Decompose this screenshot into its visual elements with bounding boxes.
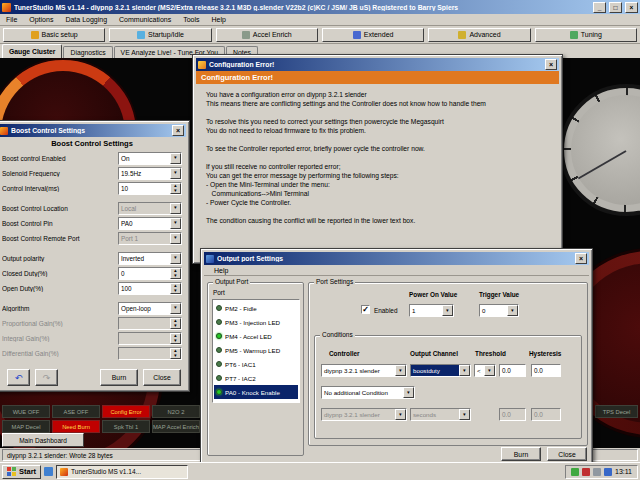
- output-dialog-body: Output Port Port PM2 - Fidle PM3 - Injec…: [204, 276, 589, 462]
- config-error-line: Communications-->Mini Terminal: [206, 189, 549, 198]
- boost-close-button[interactable]: Close: [143, 369, 181, 386]
- control-interval-spinner[interactable]: 10: [118, 182, 182, 195]
- chevron-down-icon[interactable]: [170, 218, 181, 229]
- chevron-down-icon[interactable]: [170, 303, 181, 314]
- port-item-pt6[interactable]: PT6 - IAC1: [214, 357, 298, 371]
- condition1-comparator-combo[interactable]: <: [474, 364, 496, 377]
- menu-tools[interactable]: Tools: [177, 16, 205, 23]
- field-label: Algorithm: [2, 305, 118, 312]
- tab-diagnostics[interactable]: Diagnostics: [63, 46, 112, 58]
- condition1-channel-combo[interactable]: boostduty: [410, 364, 471, 377]
- spinner-arrows-icon[interactable]: [170, 183, 181, 194]
- boost-control-settings-dialog: Boost Control Settings Boost Control Set…: [0, 120, 190, 392]
- config-error-titlebar[interactable]: Configuration Error!: [196, 58, 559, 71]
- boost-pin-combo[interactable]: PA0: [118, 217, 182, 230]
- config-error-line: To resolve this you need to correct your…: [206, 117, 549, 126]
- boost-burn-button[interactable]: Burn: [100, 369, 138, 386]
- enabled-checkbox[interactable]: [361, 305, 370, 314]
- condition1-hysteresis-field[interactable]: 0.0: [531, 364, 561, 377]
- quick-launch-icon[interactable]: [44, 467, 53, 476]
- menu-help-output[interactable]: Help: [208, 267, 234, 274]
- output-polarity-combo[interactable]: Inverted: [118, 252, 182, 265]
- chevron-down-icon[interactable]: [170, 153, 181, 164]
- boost-field-differential-gain: Differential Gain(%): [0, 346, 186, 361]
- minimize-button[interactable]: _: [593, 2, 606, 13]
- open-duty-spinner[interactable]: 100: [118, 282, 182, 295]
- advanced-button[interactable]: Advanced: [428, 28, 530, 42]
- advanced-label: Advanced: [469, 31, 500, 38]
- port-item-pa0[interactable]: PA0 - Knock Enable: [214, 385, 298, 399]
- field-label: Boost Control Pin: [2, 220, 118, 227]
- close-button[interactable]: ×: [625, 2, 638, 13]
- redo-button[interactable]: [35, 369, 58, 386]
- chevron-down-icon[interactable]: [403, 387, 414, 398]
- config-error-line: [206, 108, 549, 117]
- port-item-pm4[interactable]: PM4 - Accel LED: [214, 329, 298, 343]
- chevron-down-icon[interactable]: [484, 365, 495, 376]
- trigger-value-label: Trigger Value: [479, 291, 519, 298]
- port-item-pt7[interactable]: PT7 - IAC2: [214, 371, 298, 385]
- extended-label: Extended: [364, 31, 394, 38]
- undo-icon: [15, 373, 23, 383]
- tray-icon-2[interactable]: [582, 468, 590, 476]
- spinner-arrows-icon: [170, 333, 181, 344]
- condition1-controller-combo[interactable]: diypnp 3.2.1 slender: [321, 364, 407, 377]
- trigger-value-combo[interactable]: 0: [479, 304, 519, 317]
- boost-dialog-buttons: Burn Close: [7, 369, 181, 386]
- boost-enabled-combo[interactable]: On: [118, 152, 182, 165]
- chevron-down-icon[interactable]: [170, 168, 181, 179]
- port-item-pm3[interactable]: PM3 - Injection LED: [214, 315, 298, 329]
- spinner-arrows-icon[interactable]: [170, 268, 181, 279]
- chevron-down-icon[interactable]: [459, 365, 470, 376]
- tray-icon-3[interactable]: [593, 468, 601, 476]
- output-dialog-titlebar[interactable]: Output port Settings: [204, 252, 589, 265]
- port-item-pm5[interactable]: PM5 - Warmup LED: [214, 343, 298, 357]
- output-port-settings-dialog: Output port Settings Help Output Port Po…: [200, 248, 593, 465]
- startup-idle-button[interactable]: Startup/Idle: [109, 28, 211, 42]
- clock: 13:11: [615, 468, 632, 475]
- algorithm-combo[interactable]: Open-loop: [118, 302, 182, 315]
- condition1-threshold-field[interactable]: 0.0: [499, 364, 526, 377]
- maximize-button[interactable]: □: [609, 2, 622, 13]
- boost-dialog-titlebar[interactable]: Boost Control Settings: [0, 124, 186, 137]
- field-label: Proportional Gain(%): [2, 320, 118, 327]
- taskbar-task-tunerstudio[interactable]: TunerStudio MS v1.14...: [56, 465, 188, 479]
- undo-button[interactable]: [7, 369, 30, 386]
- menu-help[interactable]: Help: [206, 16, 232, 23]
- chevron-down-icon[interactable]: [395, 365, 406, 376]
- tray-icon-4[interactable]: [604, 468, 612, 476]
- solenoid-frequency-combo[interactable]: 19.5Hz: [118, 167, 182, 180]
- tab-main-dashboard[interactable]: Main Dashboard: [2, 433, 84, 447]
- basic-setup-button[interactable]: Basic setup: [3, 28, 105, 42]
- boost-field-pin: Boost Control Pin PA0: [0, 216, 186, 231]
- output-dialog-close-icon[interactable]: [575, 253, 587, 264]
- tuning-button[interactable]: Tuning: [535, 28, 637, 42]
- spinner-arrows-icon[interactable]: [170, 283, 181, 294]
- field-label: Closed Duty(%): [2, 270, 118, 277]
- output-burn-button[interactable]: Burn: [501, 447, 541, 461]
- menu-options[interactable]: Options: [23, 16, 59, 23]
- boost-dialog-close-icon[interactable]: [172, 125, 184, 136]
- output-close-button[interactable]: Close: [547, 447, 587, 461]
- power-on-value-combo[interactable]: 1: [409, 304, 454, 317]
- additional-condition-combo[interactable]: No additional Condition: [321, 386, 415, 399]
- tray-icon-1[interactable]: [571, 468, 579, 476]
- config-error-close-icon[interactable]: [545, 59, 557, 70]
- chevron-down-icon[interactable]: [442, 305, 453, 316]
- chevron-down-icon[interactable]: [170, 253, 181, 264]
- start-button[interactable]: Start: [2, 465, 41, 479]
- menu-data-logging[interactable]: Data Logging: [59, 16, 113, 23]
- menu-file[interactable]: File: [0, 16, 23, 23]
- indicator-map-decel: MAP Decel: [2, 420, 50, 433]
- tab-gauge-cluster[interactable]: Gauge Cluster: [2, 44, 62, 58]
- boost-field-solenoid-freq: Solenoid Frequency 19.5Hz: [0, 166, 186, 181]
- extended-button[interactable]: Extended: [322, 28, 424, 42]
- closed-duty-spinner[interactable]: 0: [118, 267, 182, 280]
- accel-enrich-button[interactable]: Accel Enrich: [216, 28, 318, 42]
- led-icon: [216, 333, 222, 339]
- port-item-pm2[interactable]: PM2 - Fidle: [214, 301, 298, 315]
- menu-communications[interactable]: Communications: [113, 16, 177, 23]
- window-titlebar[interactable]: TunerStudio MS v1.14 - diypnp 3.2.1 slen…: [0, 0, 640, 14]
- chevron-down-icon[interactable]: [507, 305, 518, 316]
- port-list[interactable]: PM2 - Fidle PM3 - Injection LED PM4 - Ac…: [212, 299, 300, 403]
